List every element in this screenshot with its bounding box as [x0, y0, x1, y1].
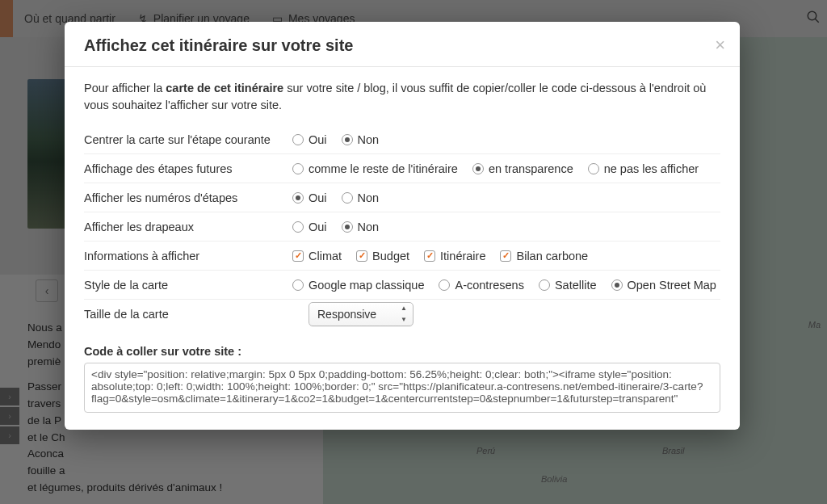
- row-flags: Afficher les drapeaux Oui Non: [84, 212, 720, 242]
- label-step-numbers: Afficher les numéros d'étapes: [84, 191, 292, 204]
- radio-future-transparent[interactable]: en transparence: [472, 162, 573, 175]
- row-info: Informations à afficher Climat Budget It…: [84, 242, 720, 271]
- row-map-style: Style de la carte Google map classique A…: [84, 271, 720, 300]
- row-future-steps: Affichage des étapes futures comme le re…: [84, 154, 720, 183]
- size-select[interactable]: Responsive ▲ ▼: [309, 302, 414, 326]
- radio-style-acontresens[interactable]: A-contresens: [439, 279, 523, 292]
- label-future-steps: Affichage des étapes futures: [84, 162, 292, 175]
- radio-style-google[interactable]: Google map classique: [292, 279, 424, 292]
- label-map-style: Style de la carte: [84, 279, 292, 292]
- check-bilan-carbone[interactable]: Bilan carbone: [500, 250, 588, 262]
- code-label: Code à coller sur votre site :: [84, 345, 720, 358]
- label-flags: Afficher les drapeaux: [84, 220, 292, 233]
- chevron-up-icon: ▲: [401, 305, 407, 312]
- radio-numbers-non[interactable]: Non: [342, 191, 380, 204]
- radio-center-non[interactable]: Non: [342, 133, 380, 146]
- radio-flags-oui[interactable]: Oui: [292, 220, 327, 233]
- modal-title: Affichez cet itinéraire sur votre site: [84, 36, 720, 55]
- radio-flags-non[interactable]: Non: [342, 220, 380, 233]
- check-itineraire[interactable]: Itinéraire: [424, 250, 485, 262]
- chevron-down-icon: ▼: [401, 317, 407, 323]
- embed-modal: Affichez cet itinéraire sur votre site ×…: [65, 22, 740, 430]
- modal-intro: Pour afficher la carte de cet itinéraire…: [84, 80, 720, 114]
- radio-center-oui[interactable]: Oui: [292, 133, 327, 146]
- check-budget[interactable]: Budget: [356, 250, 409, 262]
- radio-numbers-oui[interactable]: Oui: [292, 191, 327, 204]
- divider: [65, 66, 740, 67]
- check-climat[interactable]: Climat: [292, 250, 342, 262]
- radio-style-osm[interactable]: Open Street Map: [611, 279, 716, 292]
- embed-code-textarea[interactable]: [84, 363, 720, 413]
- radio-future-hide[interactable]: ne pas les afficher: [588, 162, 699, 175]
- radio-style-satellite[interactable]: Satellite: [539, 279, 597, 292]
- label-map-size: Taille de la carte: [84, 308, 292, 321]
- radio-future-same[interactable]: comme le reste de l'itinéraire: [292, 162, 458, 175]
- row-center-map: Centrer la carte sur l'étape courante Ou…: [84, 125, 720, 154]
- row-map-size: Taille de la carte Responsive ▲ ▼: [84, 300, 720, 329]
- label-center-map: Centrer la carte sur l'étape courante: [84, 133, 292, 146]
- row-step-numbers: Afficher les numéros d'étapes Oui Non: [84, 183, 720, 212]
- label-info: Informations à afficher: [84, 250, 292, 262]
- close-button[interactable]: ×: [715, 35, 725, 56]
